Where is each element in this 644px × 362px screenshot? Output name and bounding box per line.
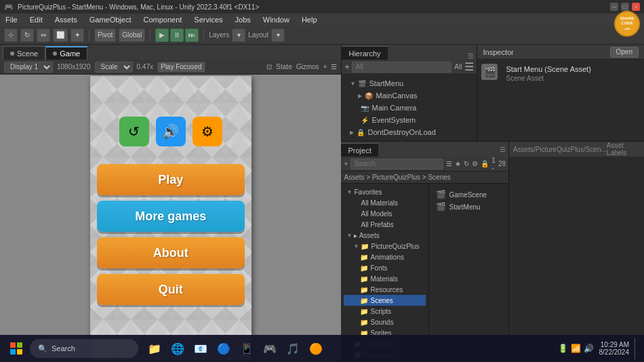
- menu-window[interactable]: Window: [260, 16, 292, 24]
- taskbar-app-6[interactable]: 🎮: [259, 338, 281, 359]
- quit-button[interactable]: Quit: [97, 274, 245, 305]
- menu-file[interactable]: File: [3, 16, 20, 24]
- toolbar-rotate[interactable]: ↻: [20, 28, 34, 42]
- win-quad-2: [17, 342, 22, 348]
- about-button[interactable]: About: [97, 237, 245, 268]
- animations-item[interactable]: 📁 Animations: [344, 252, 426, 262]
- right-panels: Hierarchy ☰ + All ☰ ▼ 🎬 StartMenu: [341, 45, 644, 362]
- minimize-button[interactable]: ─: [610, 3, 618, 11]
- taskbar-app-8[interactable]: 🟠: [305, 338, 327, 359]
- add-icon[interactable]: +: [323, 63, 327, 71]
- sound-button[interactable]: 🔊: [156, 117, 186, 146]
- clock[interactable]: 10:29 AM 8/22/2024: [599, 341, 630, 356]
- resources-item[interactable]: 📁 Resources: [344, 284, 426, 295]
- gamescene-label: GameScene: [449, 191, 487, 199]
- pause-button[interactable]: ⏸: [170, 28, 184, 42]
- menu-icon[interactable]: ☰: [331, 63, 337, 71]
- taskbar-app-1[interactable]: 📁: [144, 338, 165, 359]
- dontdestroy-icon: 🔒: [357, 129, 365, 136]
- project-options[interactable]: ☰: [497, 146, 508, 153]
- toolbar-pivot[interactable]: Pivot: [94, 28, 116, 42]
- tab-game[interactable]: Game: [45, 46, 87, 60]
- open-button[interactable]: Open: [610, 47, 639, 58]
- all-prefabs-item[interactable]: All Prefabs: [344, 219, 426, 230]
- play-focused-btn[interactable]: Play Focused: [157, 62, 205, 73]
- maximize-button[interactable]: □: [621, 3, 629, 11]
- taskbar-app-4[interactable]: 🔵: [213, 338, 235, 359]
- taskbar-search[interactable]: 🔍 Search: [30, 339, 138, 358]
- menu-gameobject[interactable]: GameObject: [87, 16, 134, 24]
- project-add[interactable]: +: [344, 160, 348, 167]
- scale-select[interactable]: Scale: [95, 62, 133, 73]
- startmenu-file-icon: 🎬: [436, 202, 446, 212]
- resolution-label: 1080x1920: [57, 63, 91, 71]
- toolbar-divider-2: [150, 29, 150, 41]
- toolbar-transform[interactable]: ⊹: [4, 28, 18, 42]
- hierarchy-search[interactable]: [352, 62, 451, 73]
- menu-component[interactable]: Component: [140, 16, 184, 24]
- materials-item[interactable]: 📁 Materials: [344, 273, 426, 284]
- dontdestroy-label: DontDestroyOnLoad: [367, 128, 435, 136]
- menu-edit[interactable]: Edit: [27, 16, 45, 24]
- taskbar-app-5[interactable]: 📱: [236, 338, 258, 359]
- all-models-item[interactable]: All Models: [344, 208, 426, 219]
- project-lock-icon[interactable]: 🔒: [481, 160, 489, 167]
- show-desktop[interactable]: [635, 338, 639, 359]
- menu-assets[interactable]: Assets: [52, 16, 80, 24]
- bottom-right: Project ☰ + ☰ ★ ↻ ⚙ 🔒 1 - 28 Assets > Pi: [341, 141, 644, 362]
- animations-folder-icon: 📁: [360, 254, 368, 261]
- project-filter-icon[interactable]: ☰: [446, 160, 452, 167]
- menu-jobs[interactable]: Jobs: [233, 16, 254, 24]
- layout-dropdown[interactable]: ▾: [271, 28, 285, 42]
- scenes-item[interactable]: 📁 Scenes: [344, 295, 426, 306]
- materials-folder-icon: 📁: [360, 275, 368, 283]
- project-refresh-icon[interactable]: ↻: [464, 160, 469, 167]
- step-button[interactable]: ⏭: [185, 28, 199, 42]
- project-tab[interactable]: Project: [341, 143, 378, 157]
- sounds-label: Sounds: [370, 319, 393, 326]
- scripts-item[interactable]: 📁 Scripts: [344, 306, 426, 317]
- hierarchy-tab[interactable]: Hierarchy: [342, 46, 387, 60]
- project-panel: Project ☰ + ☰ ★ ↻ ⚙ 🔒 1 - 28 Assets > Pi: [341, 142, 508, 362]
- all-materials-item[interactable]: All Materials: [344, 197, 426, 208]
- play-button[interactable]: ▶: [155, 28, 169, 42]
- more-games-button[interactable]: More games: [97, 201, 245, 232]
- display-select[interactable]: Display 1: [4, 62, 53, 73]
- hierarchy-add[interactable]: +: [344, 62, 349, 72]
- favorites-header[interactable]: ▼ Favorites: [344, 186, 426, 197]
- project-settings-icon[interactable]: ⚙: [472, 160, 478, 167]
- hierarchy-item-maincanvas[interactable]: ▶ 📦 MainCanvas: [344, 89, 474, 102]
- taskbar-app-2[interactable]: 🌐: [167, 338, 188, 359]
- menu-services[interactable]: Services: [191, 16, 225, 24]
- picturequizplus-item[interactable]: ▼ 📁 PictureQuizPlus: [344, 241, 426, 252]
- settings-button[interactable]: ⚙: [193, 117, 222, 146]
- taskbar-app-3[interactable]: 📧: [190, 338, 212, 359]
- toolbar-transform2[interactable]: ✦: [71, 28, 84, 42]
- toolbar-global[interactable]: Global: [119, 28, 145, 42]
- menu-help[interactable]: Help: [299, 16, 320, 24]
- start-button[interactable]: [5, 338, 27, 359]
- fonts-item[interactable]: 📁 Fonts: [344, 262, 426, 273]
- hierarchy-item-startmenu[interactable]: ▼ 🎬 StartMenu: [344, 77, 474, 89]
- left-panel: Scene Game Display 1 1080x1920 Scale 0.4…: [0, 45, 341, 362]
- gamescene-file[interactable]: 🎬 GameScene: [435, 189, 503, 200]
- refresh-button[interactable]: ↺: [119, 117, 149, 146]
- sounds-item[interactable]: 📁 Sounds: [344, 317, 426, 327]
- hierarchy-options[interactable]: ☰: [465, 52, 477, 60]
- toolbar-scale[interactable]: ⇔: [37, 28, 50, 42]
- maximize-icon[interactable]: ⊡: [266, 63, 272, 71]
- play-game-button[interactable]: Play: [97, 164, 245, 195]
- hierarchy-item-eventsystem[interactable]: ⚡ EventSystem: [344, 114, 474, 126]
- taskbar-app-7[interactable]: 🎵: [282, 338, 304, 359]
- project-star-icon: ★: [455, 160, 461, 167]
- hierarchy-filter[interactable]: ☰: [464, 60, 474, 73]
- project-search[interactable]: [350, 159, 443, 169]
- close-button[interactable]: ✕: [632, 3, 640, 11]
- startmenu-file[interactable]: 🎬 StartMenu: [435, 201, 503, 212]
- assets-header[interactable]: ▼ ▸ Assets: [344, 230, 426, 241]
- tab-scene[interactable]: Scene: [3, 46, 45, 60]
- toolbar-rect[interactable]: ⬜: [53, 28, 68, 42]
- hierarchy-item-dontdestroy[interactable]: ▶ 🔒 DontDestroyOnLoad: [344, 126, 474, 138]
- layers-dropdown[interactable]: ▾: [232, 28, 245, 42]
- hierarchy-item-maincamera[interactable]: 📷 Main Camera: [344, 102, 474, 114]
